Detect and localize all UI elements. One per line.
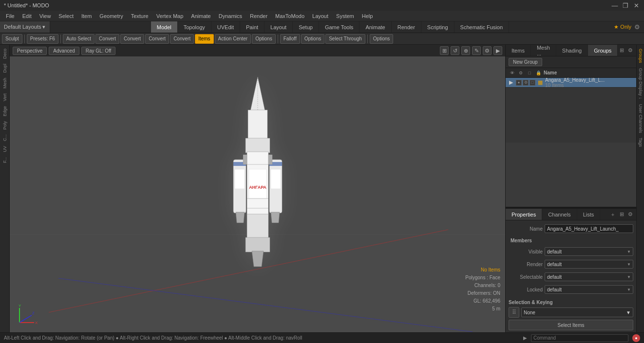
select-through-button[interactable]: Select Through [325, 34, 365, 44]
menu-item-geometry[interactable]: Geometry [95, 11, 127, 21]
tab-animate[interactable]: Animate [360, 21, 391, 33]
select-items-button[interactable]: Select Items [509, 320, 633, 330]
properties-tab[interactable]: Properties [506, 209, 542, 220]
new-group-button[interactable]: New Group [509, 58, 542, 66]
menu-item-help[interactable]: Help [358, 11, 377, 21]
tab-topology[interactable]: Topology [178, 21, 211, 33]
menu-item-select[interactable]: Select [55, 11, 77, 21]
visible-select[interactable]: default ▼ [545, 247, 633, 256]
menu-item-file[interactable]: File [2, 11, 19, 21]
tab-layout[interactable]: Layout [265, 21, 293, 33]
group-vis-ctrl[interactable]: ● [516, 80, 522, 86]
svg-rect-7 [249, 169, 266, 199]
groups-vtab[interactable]: Groups [637, 47, 644, 65]
menu-item-render[interactable]: Render [246, 11, 271, 21]
tab-groups[interactable]: Groups [588, 45, 618, 56]
group-item[interactable]: ▶ ● ⚙ □ ▦ Angara_A5_Heavy_Lift_L... 10 I… [506, 78, 636, 88]
name-input[interactable] [545, 224, 633, 233]
minimize-button[interactable]: — [611, 1, 619, 9]
viewport[interactable]: Perspective Advanced Ray GL: Off ⊞ ↺ ⊕ ✎… [10, 45, 505, 332]
options-button-1[interactable]: Options [252, 34, 275, 44]
menu-item-animate[interactable]: Animate [187, 11, 214, 21]
convert-button-4[interactable]: Convert [170, 34, 194, 44]
vp-play-icon[interactable]: ▶ [493, 46, 502, 55]
ray-gl-button[interactable]: Ray GL: Off [81, 47, 116, 55]
menu-item-dynamics[interactable]: Dynamics [215, 11, 246, 21]
tab-shading[interactable]: Shading [556, 45, 588, 56]
settings-icon[interactable]: ⚙ [626, 47, 634, 54]
selectable-select[interactable]: default ▼ [545, 272, 633, 281]
menu-item-layout[interactable]: Layout [308, 11, 332, 21]
sk-none-dropdown[interactable]: None ▼ [521, 307, 633, 317]
presets-button[interactable]: Presets: F6 [27, 34, 58, 44]
group-cfg-ctrl[interactable]: ⚙ [523, 80, 529, 86]
group-expand-icon[interactable]: ▶ [508, 79, 514, 86]
tab-paint[interactable]: Paint [240, 21, 265, 33]
left-tab-f...[interactable]: F... [1, 155, 8, 165]
menu-item-edit[interactable]: Edit [19, 11, 36, 21]
left-tab-uv[interactable]: UV [1, 144, 8, 154]
menu-item-system[interactable]: System [332, 11, 358, 21]
render-select[interactable]: default ▼ [545, 260, 633, 269]
left-tab-poly[interactable]: Poly [1, 119, 8, 132]
locked-select[interactable]: default ▼ [545, 285, 633, 294]
left-tab-c...[interactable]: C... [1, 132, 8, 143]
vp-settings-icon[interactable]: ⚙ [483, 46, 492, 55]
left-tab-deco[interactable]: Deco [1, 47, 8, 61]
groups-name-col: Name [544, 70, 633, 75]
tab-schematic-fusion[interactable]: Schematic Fusion [455, 21, 509, 33]
advanced-button[interactable]: Advanced [49, 47, 79, 55]
convert-button-3[interactable]: Convert [145, 34, 169, 44]
menu-item-item[interactable]: Item [77, 11, 95, 21]
render-row: Render default ▼ [509, 259, 633, 270]
auto-select-button[interactable]: Auto Select [63, 34, 95, 44]
menu-item-texture[interactable]: Texture [127, 11, 152, 21]
sk-grid-icon[interactable]: ⠿ [509, 307, 519, 318]
group-sel-ctrl[interactable]: □ [530, 80, 535, 86]
maximize-button[interactable]: ❐ [622, 1, 629, 9]
menu-item-vertex map[interactable]: Vertex Map [152, 11, 188, 21]
menu-item-maxtomodo[interactable]: MaxToModo [271, 11, 308, 21]
options-button-2[interactable]: Options [301, 34, 324, 44]
vp-zoom-icon[interactable]: ⊕ [461, 46, 470, 55]
options-button-3[interactable]: Options [370, 34, 393, 44]
expand-bottom-icon[interactable]: ⊞ [618, 211, 625, 218]
tab-items[interactable]: Items [506, 45, 531, 56]
settings-icon[interactable]: ⚙ [634, 23, 640, 31]
vp-rotate-icon[interactable]: ↺ [451, 46, 459, 55]
close-button[interactable]: ✕ [632, 1, 640, 9]
items-button[interactable]: Items [195, 34, 213, 44]
tab-uvedit[interactable]: UVEdit [211, 21, 240, 33]
menu-item-view[interactable]: View [36, 11, 55, 21]
left-tab-edge[interactable]: Edge [1, 104, 8, 118]
convert-button-1[interactable]: Convert [95, 34, 119, 44]
tab-mesh[interactable]: Mesh ... [531, 45, 556, 56]
expand-icon[interactable]: ⊞ [618, 47, 625, 54]
action-center-button[interactable]: Action Center [215, 34, 251, 44]
command-input[interactable] [531, 334, 628, 342]
tab-model[interactable]: Model [151, 21, 178, 33]
layout-selector[interactable]: Default Layouts ▾ [0, 21, 50, 33]
user-channels-vtab[interactable]: User Channels [637, 102, 644, 135]
channels-tab[interactable]: Channels [542, 209, 577, 220]
convert-button-2[interactable]: Convert [120, 34, 144, 44]
falloff-button[interactable]: Falloff [280, 34, 300, 44]
tab-render[interactable]: Render [392, 21, 421, 33]
sculpt-button[interactable]: Sculpt [2, 34, 22, 44]
lists-tab[interactable]: Lists [577, 209, 601, 220]
perspective-button[interactable]: Perspective [13, 47, 47, 55]
settings-bottom-icon[interactable]: ⚙ [626, 211, 634, 218]
groups-list[interactable]: ▶ ● ⚙ □ ▦ Angara_A5_Heavy_Lift_L... 10 I… [506, 78, 636, 143]
add-tab-icon[interactable]: + [609, 211, 617, 218]
tags-vtab[interactable]: Tags [637, 136, 644, 149]
vp-edit-icon[interactable]: ✎ [472, 46, 481, 55]
vp-grid-icon[interactable]: ⊞ [440, 46, 449, 55]
star-only-button[interactable]: ★ Only [614, 24, 631, 30]
tab-setup[interactable]: Setup [293, 21, 319, 33]
left-tab-vert[interactable]: Vert [1, 91, 8, 103]
left-tab-mesh[interactable]: Mesh [1, 76, 8, 90]
tab-scripting[interactable]: Scripting [421, 21, 455, 33]
left-tab-dupl[interactable]: Dupl [1, 62, 8, 75]
tab-game-tools[interactable]: Game Tools [319, 21, 360, 33]
group-display-vtab[interactable]: Group Display ↓ [637, 66, 644, 101]
